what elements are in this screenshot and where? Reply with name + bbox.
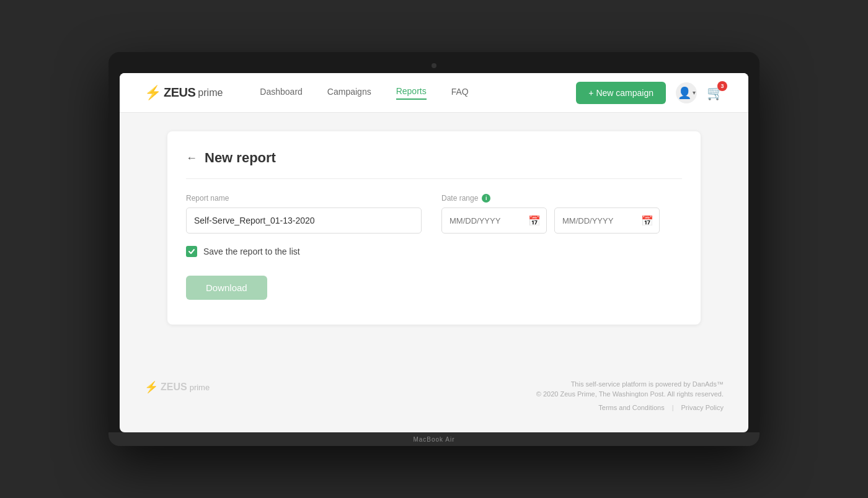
- footer-divider: |: [672, 404, 674, 411]
- report-name-group: Report name: [186, 194, 427, 234]
- date-end-input[interactable]: [554, 208, 660, 234]
- app-screen: ⚡ ZEUS prime Dashboard Campaigns Reports…: [120, 73, 748, 432]
- camera-dot: [432, 63, 436, 68]
- date-range-group: Date range i 📅: [441, 194, 682, 234]
- report-form: Report name Date range i: [186, 194, 682, 300]
- footer-copyright-text: © 2020 Zeus Prime, The Washington Post. …: [536, 390, 724, 398]
- user-dropdown-arrow: ▾: [693, 89, 696, 96]
- cart-button[interactable]: 🛒 3: [707, 85, 724, 101]
- footer-right: This self-service platform is powered by…: [536, 380, 724, 411]
- terms-link[interactable]: Terms and Conditions: [598, 404, 664, 411]
- download-button[interactable]: Download: [186, 276, 267, 300]
- date-label-row: Date range i: [441, 194, 682, 203]
- nav-link-reports[interactable]: Reports: [396, 86, 427, 100]
- footer-logo-zeus: ZEUS: [161, 382, 187, 393]
- date-start-input[interactable]: [441, 208, 547, 234]
- footer-logo-icon: ⚡: [144, 380, 158, 394]
- date-range-label: Date range: [441, 194, 478, 203]
- laptop-model-label: MacBook Air: [413, 436, 454, 443]
- logo-icon: ⚡: [144, 85, 161, 101]
- form-row-fields: Report name Date range i: [186, 194, 682, 234]
- main-content: ← New report Report name: [120, 113, 748, 343]
- save-checkbox-row: Save the report to the list: [186, 246, 682, 257]
- report-name-input[interactable]: [186, 208, 422, 234]
- nav-links: Dashboard Campaigns Reports FAQ: [260, 86, 576, 100]
- logo-area: ⚡ ZEUS prime: [144, 85, 223, 101]
- new-campaign-button[interactable]: + New campaign: [576, 82, 666, 104]
- footer: ⚡ ZEUS prime This self-service platform …: [120, 362, 748, 424]
- page-title: New report: [205, 150, 276, 166]
- nav-right: + New campaign 👤 ▾ 🛒 3: [576, 82, 724, 104]
- cart-badge: 3: [717, 81, 727, 91]
- report-card: ← New report Report name: [167, 131, 701, 325]
- privacy-link[interactable]: Privacy Policy: [681, 404, 724, 411]
- footer-logo: ⚡ ZEUS prime: [144, 380, 210, 394]
- user-icon: 👤: [678, 86, 691, 100]
- save-checkbox-label: Save the report to the list: [203, 247, 300, 256]
- date-inputs-row: 📅 📅: [441, 208, 682, 234]
- laptop-base: MacBook Air: [108, 432, 760, 446]
- navbar: ⚡ ZEUS prime Dashboard Campaigns Reports…: [120, 73, 748, 113]
- nav-link-campaigns[interactable]: Campaigns: [327, 87, 371, 99]
- date-end-wrap: 📅: [554, 208, 660, 234]
- laptop-screen: ⚡ ZEUS prime Dashboard Campaigns Reports…: [120, 73, 748, 432]
- date-start-wrap: 📅: [441, 208, 547, 234]
- save-checkbox[interactable]: [186, 246, 197, 257]
- report-name-label: Report name: [186, 194, 427, 203]
- logo-zeus: ZEUS: [164, 85, 195, 100]
- logo-prime: prime: [198, 87, 223, 98]
- download-button-wrap: Download: [186, 269, 682, 300]
- footer-logo-prime: prime: [190, 383, 210, 392]
- back-button[interactable]: ←: [186, 152, 197, 165]
- user-menu-button[interactable]: 👤 ▾: [676, 82, 697, 103]
- nav-link-dashboard[interactable]: Dashboard: [260, 87, 303, 99]
- footer-links: Terms and Conditions | Privacy Policy: [536, 404, 724, 411]
- nav-link-faq[interactable]: FAQ: [451, 87, 469, 99]
- laptop-outer: ⚡ ZEUS prime Dashboard Campaigns Reports…: [108, 52, 760, 446]
- page-header: ← New report: [186, 150, 682, 179]
- footer-powered-text: This self-service platform is powered by…: [536, 380, 724, 388]
- info-icon[interactable]: i: [482, 194, 490, 203]
